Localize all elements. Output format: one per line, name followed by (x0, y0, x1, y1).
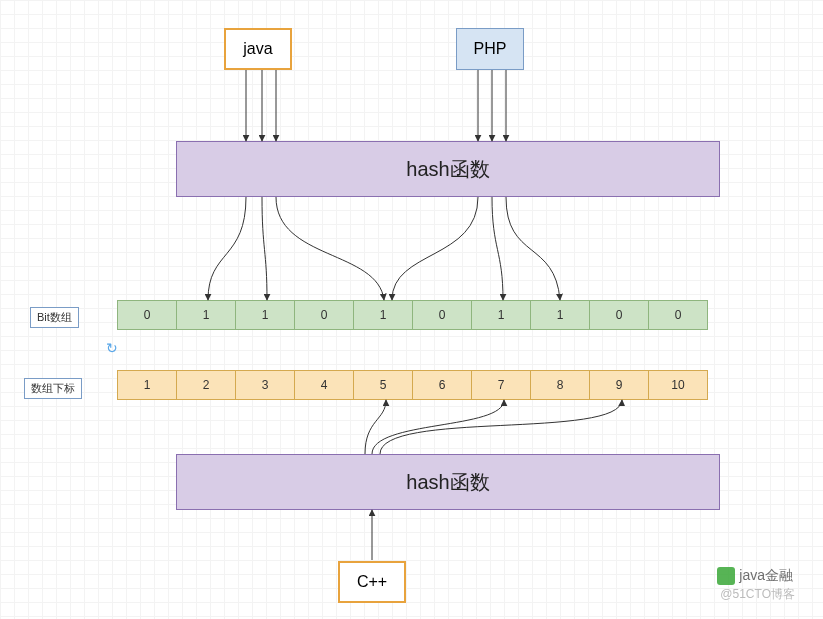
bit-cell: 0 (294, 300, 354, 330)
bit-cell: 1 (471, 300, 531, 330)
input-php: PHP (456, 28, 524, 70)
refresh-icon[interactable]: ↻ (106, 340, 120, 354)
bit-cell: 0 (648, 300, 708, 330)
bit-array-label: Bit数组 (30, 307, 79, 328)
index-cell: 5 (353, 370, 413, 400)
index-cell: 6 (412, 370, 472, 400)
index-array-label: 数组下标 (24, 378, 82, 399)
hash-function-bottom: hash函数 (176, 454, 720, 510)
index-cell: 4 (294, 370, 354, 400)
wechat-icon (717, 567, 735, 585)
input-java: java (224, 28, 292, 70)
bit-cell: 0 (589, 300, 649, 330)
watermark-java-finance: java金融 (717, 567, 793, 585)
hash-function-top: hash函数 (176, 141, 720, 197)
index-cell: 8 (530, 370, 590, 400)
watermark-51cto: @51CTO博客 (720, 586, 795, 603)
input-cpp: C++ (338, 561, 406, 603)
bit-cell: 0 (117, 300, 177, 330)
index-cell: 10 (648, 370, 708, 400)
index-cell: 9 (589, 370, 649, 400)
bit-cell: 0 (412, 300, 472, 330)
index-array-row: 1 2 3 4 5 6 7 8 9 10 (118, 370, 708, 400)
bit-cell: 1 (353, 300, 413, 330)
bit-cell: 1 (530, 300, 590, 330)
index-cell: 3 (235, 370, 295, 400)
index-cell: 2 (176, 370, 236, 400)
watermark-text-1: java金融 (739, 567, 793, 585)
bit-array-row: 0 1 1 0 1 0 1 1 0 0 (118, 300, 708, 330)
bit-cell: 1 (176, 300, 236, 330)
index-cell: 1 (117, 370, 177, 400)
index-cell: 7 (471, 370, 531, 400)
bit-cell: 1 (235, 300, 295, 330)
